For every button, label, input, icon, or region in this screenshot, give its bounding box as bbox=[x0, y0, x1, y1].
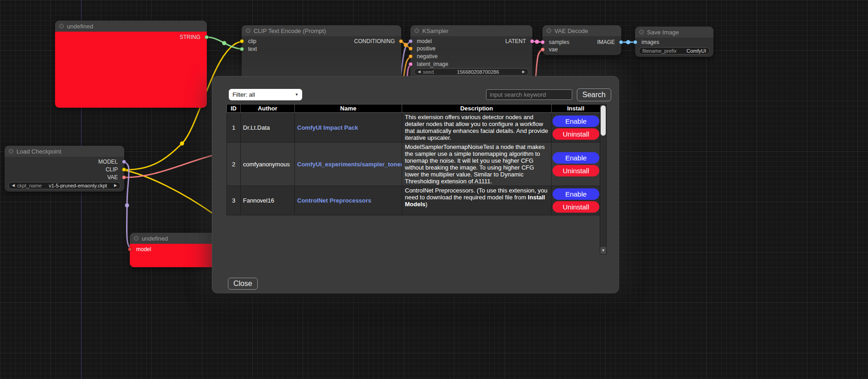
select-caret-icon: ▼ bbox=[295, 93, 299, 97]
extension-description: ControlNet Preprocessors. (To use this e… bbox=[402, 186, 552, 215]
output-label: LATENT bbox=[505, 38, 526, 44]
input-label: vae bbox=[549, 46, 558, 53]
clip-output-slot-dot[interactable] bbox=[122, 168, 126, 172]
input-label: positive bbox=[417, 45, 436, 52]
extension-author: Fannovel16 bbox=[241, 186, 295, 215]
extension-id: 3 bbox=[227, 186, 241, 215]
header-id: ID bbox=[227, 104, 241, 113]
image-output-slot-dot[interactable] bbox=[619, 40, 623, 44]
input-label: images bbox=[641, 39, 659, 45]
extension-id: 1 bbox=[227, 113, 241, 143]
ckpt-name-widget[interactable]: ◀ ckpt_name v1-5-pruned-emaonly.ckpt ▶ bbox=[8, 182, 121, 189]
extension-link[interactable]: ComfyUI Impact Pack bbox=[297, 124, 358, 131]
node-title: CLIP Text Encode (Prompt) bbox=[254, 27, 326, 34]
model-input-slot-dot[interactable] bbox=[128, 247, 132, 252]
table-scrollbar[interactable]: ▼ bbox=[600, 104, 607, 254]
enable-button[interactable]: Enable bbox=[553, 152, 599, 164]
uninstall-button[interactable]: Uninstall bbox=[553, 165, 599, 176]
node-title: VAE Decode bbox=[554, 27, 588, 34]
node-clip-text-encode[interactable]: CLIP Text Encode (Prompt) clip text COND… bbox=[242, 25, 401, 80]
decrement-arrow-icon[interactable]: ◀ bbox=[418, 70, 420, 74]
latent-image-input-slot-dot[interactable] bbox=[409, 62, 413, 66]
widget-value: 156680208700286 bbox=[457, 69, 499, 75]
node-title-bar[interactable]: KSampler bbox=[410, 25, 532, 36]
extensions-table: ID Author Name Description Install 1 Dr.… bbox=[227, 104, 600, 215]
header-author: Author bbox=[241, 104, 295, 113]
widget-value: v1-5-pruned-emaonly.ckpt bbox=[49, 183, 107, 188]
output-label: VAE bbox=[107, 174, 118, 181]
enable-button[interactable]: Enable bbox=[553, 115, 599, 127]
extension-author: comfyanonymous bbox=[241, 143, 295, 186]
header-description: Description bbox=[402, 104, 552, 113]
node-collapse-dot[interactable] bbox=[246, 28, 250, 33]
extension-id: 2 bbox=[227, 143, 241, 186]
extension-link[interactable]: ControlNet Preprocessors bbox=[297, 197, 371, 204]
extension-link[interactable]: ComfyUI_experiments/sampler_tonemap bbox=[297, 161, 402, 168]
output-label: CLIP bbox=[105, 166, 118, 173]
node-collapse-dot[interactable] bbox=[9, 149, 13, 154]
input-label: model bbox=[136, 246, 151, 253]
node-save-image[interactable]: Save Image images filename_prefix ComfyU… bbox=[635, 27, 713, 57]
node-vae-decode[interactable]: VAE Decode samples vae IMAGE bbox=[542, 25, 621, 55]
enable-button[interactable]: Enable bbox=[553, 188, 599, 200]
string-output-slot-dot[interactable] bbox=[205, 35, 209, 39]
custom-nodes-manager-dialog: Filter: all ▼ Search ID Author Name Desc… bbox=[212, 76, 619, 293]
seed-widget[interactable]: ◀ seed 156680208700286 ▶ bbox=[414, 68, 529, 76]
link-dot bbox=[180, 142, 184, 146]
increment-arrow-icon[interactable]: ▶ bbox=[522, 70, 525, 74]
node-title-bar[interactable]: CLIP Text Encode (Prompt) bbox=[242, 25, 401, 36]
input-label: text bbox=[248, 46, 257, 52]
node-undefined-string[interactable]: undefined STRING bbox=[55, 21, 207, 108]
output-label: CONDITIONING bbox=[354, 38, 395, 44]
node-error-body bbox=[55, 32, 207, 108]
prev-arrow-icon[interactable]: ◀ bbox=[12, 184, 15, 187]
close-button[interactable]: Close bbox=[228, 278, 258, 290]
text-input-slot-dot[interactable] bbox=[240, 47, 244, 51]
scrollbar-thumb[interactable] bbox=[601, 105, 606, 136]
input-label: latent_image bbox=[417, 61, 448, 67]
node-title-bar[interactable]: Save Image bbox=[635, 27, 713, 38]
link-dot bbox=[222, 41, 227, 45]
negative-input-slot-dot[interactable] bbox=[409, 55, 413, 59]
node-collapse-dot[interactable] bbox=[547, 28, 551, 33]
positive-input-slot-dot[interactable] bbox=[409, 47, 413, 51]
node-title: Save Image bbox=[647, 29, 679, 36]
uninstall-button[interactable]: Uninstall bbox=[553, 201, 599, 213]
filename-prefix-widget[interactable]: filename_prefix ComfyUI bbox=[639, 47, 710, 55]
widget-value: ComfyUI bbox=[686, 48, 706, 54]
node-title-bar[interactable]: undefined bbox=[55, 21, 207, 32]
uninstall-button[interactable]: Uninstall bbox=[553, 128, 599, 140]
extension-author: Dr.Lt.Data bbox=[241, 113, 295, 143]
extension-row: 2 comfyanonymous ComfyUI_experiments/sam… bbox=[227, 143, 600, 186]
vae-input-slot-dot[interactable] bbox=[541, 48, 545, 52]
filter-select[interactable]: Filter: all ▼ bbox=[229, 89, 302, 100]
node-title-bar[interactable]: Load Checkpoint bbox=[5, 146, 124, 157]
node-collapse-dot[interactable] bbox=[59, 24, 64, 28]
search-button[interactable]: Search bbox=[577, 88, 611, 101]
output-label: MODEL bbox=[98, 159, 118, 165]
node-title: KSampler bbox=[422, 27, 448, 34]
node-ksampler[interactable]: KSampler model positive negative latent_… bbox=[410, 25, 532, 80]
latent-output-slot-dot[interactable] bbox=[530, 39, 534, 44]
extension-description: This extension offers various detector n… bbox=[402, 113, 552, 143]
model-output-slot-dot[interactable] bbox=[122, 160, 126, 164]
node-collapse-dot[interactable] bbox=[415, 28, 419, 33]
node-title-bar[interactable]: VAE Decode bbox=[542, 25, 621, 36]
vae-output-slot-dot[interactable] bbox=[122, 176, 126, 180]
next-arrow-icon[interactable]: ▶ bbox=[114, 184, 117, 187]
images-input-slot-dot[interactable] bbox=[633, 40, 637, 44]
output-label: STRING bbox=[180, 34, 200, 40]
node-collapse-dot[interactable] bbox=[639, 30, 644, 34]
scroll-down-button[interactable]: ▼ bbox=[600, 247, 606, 254]
conditioning-output-slot-dot[interactable] bbox=[399, 39, 403, 44]
header-install: Install bbox=[552, 104, 600, 113]
node-collapse-dot[interactable] bbox=[134, 236, 138, 241]
link-dot bbox=[125, 203, 129, 208]
extension-row: 1 Dr.Lt.Data ComfyUI Impact Pack This ex… bbox=[227, 113, 600, 143]
search-input[interactable] bbox=[486, 89, 572, 100]
extension-row: 3 Fannovel16 ControlNet Preprocessors Co… bbox=[227, 186, 600, 215]
widget-label: seed bbox=[423, 69, 434, 75]
node-load-checkpoint[interactable]: Load Checkpoint MODEL CLIP VAE ◀ ckpt_na… bbox=[5, 146, 124, 192]
header-name: Name bbox=[295, 104, 402, 113]
link-dot bbox=[626, 40, 630, 44]
